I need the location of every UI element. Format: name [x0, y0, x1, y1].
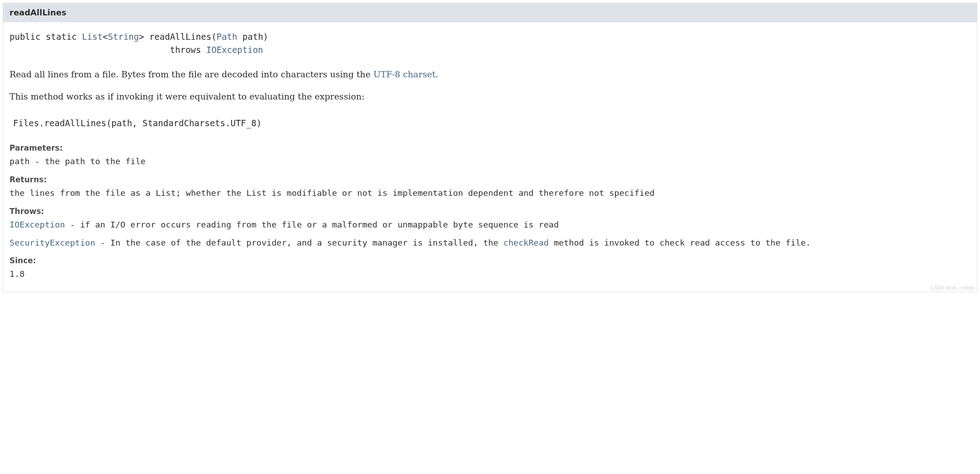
returns-label: Returns:: [10, 175, 970, 184]
throws-securityexception: SecurityException - In the case of the d…: [10, 237, 970, 249]
definition-list: Parameters: path - the path to the file …: [10, 143, 970, 280]
equivalent-code: Files.readAllLines(path, StandardCharset…: [13, 116, 970, 130]
throws-ioexception: IOException - if an I/O error occurs rea…: [10, 218, 970, 231]
utf8-charset-link[interactable]: UTF-8 charset: [373, 69, 435, 79]
parameters-label: Parameters:: [10, 143, 970, 152]
list-type-link[interactable]: List: [82, 32, 103, 42]
method-body: public static List<String> readAllLines(…: [3, 22, 977, 284]
parameters-text: path - the path to the file: [10, 155, 970, 168]
ioexception-link[interactable]: IOException: [10, 220, 65, 229]
since-label: Since:: [10, 256, 970, 265]
path-type-link[interactable]: Path: [217, 32, 238, 42]
method-signature: public static List<String> readAllLines(…: [10, 30, 970, 56]
method-header: readAllLines: [3, 3, 977, 22]
securityexception-link[interactable]: SecurityException: [10, 238, 95, 247]
method-description-2: This method works as if invoking it were…: [10, 90, 970, 103]
throws-label: Throws:: [10, 207, 970, 216]
checkread-link[interactable]: checkRead: [504, 238, 549, 247]
method-name: readAllLines: [10, 8, 970, 17]
since-text: 1.8: [10, 268, 970, 280]
method-description-1: Read all lines from a file. Bytes from t…: [10, 68, 970, 81]
javadoc-method-block: readAllLines public static List<String> …: [3, 3, 977, 292]
returns-text: the lines from the file as a List; wheth…: [10, 187, 970, 199]
string-type-link[interactable]: String: [108, 32, 139, 42]
ioexception-type-link[interactable]: IOException: [206, 45, 263, 55]
watermark: CSDN @oh_coding: [3, 284, 977, 292]
